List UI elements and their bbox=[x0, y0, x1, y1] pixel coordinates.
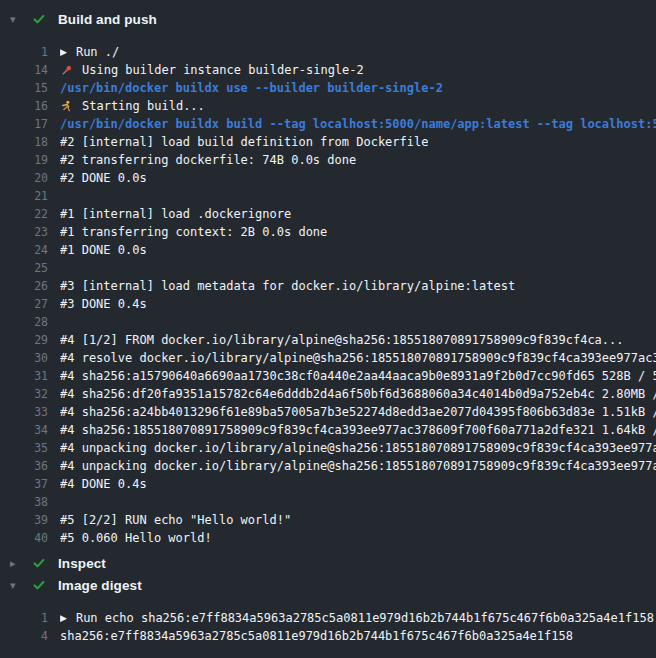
runner-icon bbox=[60, 100, 75, 113]
expand-group-icon[interactable]: ▶ bbox=[60, 609, 67, 627]
line-text-content: Starting build... bbox=[82, 97, 205, 115]
line-number[interactable]: 40 bbox=[0, 529, 48, 547]
log-line: 18#2 [internal] load build definition fr… bbox=[0, 133, 656, 151]
log-line: 15/usr/bin/docker buildx use --builder b… bbox=[0, 79, 656, 97]
line-text: #1 [internal] load .dockerignore bbox=[60, 205, 656, 223]
log-line: 19#2 transferring dockerfile: 74B 0.0s d… bbox=[0, 151, 656, 169]
log-line: 38 bbox=[0, 493, 656, 511]
pushpin-icon bbox=[60, 64, 75, 77]
log-line: 25 bbox=[0, 259, 656, 277]
line-number[interactable]: 1 bbox=[0, 43, 48, 61]
line-text-content: #4 resolve docker.io/library/alpine@sha2… bbox=[60, 349, 656, 367]
section-title: Image digest bbox=[58, 578, 142, 593]
line-number[interactable]: 14 bbox=[0, 61, 48, 79]
section-header-image-digest[interactable]: ▾Image digest bbox=[0, 574, 656, 596]
log-line: 28 bbox=[0, 313, 656, 331]
line-text-content: #1 DONE 0.0s bbox=[60, 241, 147, 259]
line-text: /usr/bin/docker buildx use --builder bui… bbox=[60, 79, 656, 97]
line-text: sha256:e7ff8834a5963a2785c5a0811e979d16b… bbox=[60, 627, 656, 645]
line-text: #1 transferring context: 2B 0.0s done bbox=[60, 223, 656, 241]
line-number[interactable]: 25 bbox=[0, 259, 48, 277]
line-text: #1 DONE 0.0s bbox=[60, 241, 656, 259]
line-text: ▶Run ./ bbox=[60, 43, 656, 61]
line-number[interactable]: 32 bbox=[0, 385, 48, 403]
line-number[interactable]: 17 bbox=[0, 115, 48, 133]
line-number[interactable]: 23 bbox=[0, 223, 48, 241]
line-number[interactable]: 26 bbox=[0, 277, 48, 295]
line-number[interactable]: 37 bbox=[0, 475, 48, 493]
line-text-content: #1 [internal] load .dockerignore bbox=[60, 205, 291, 223]
log-line: 32#4 sha256:df20fa9351a15782c64e6dddb2d4… bbox=[0, 385, 656, 403]
line-text: #4 resolve docker.io/library/alpine@sha2… bbox=[60, 349, 656, 367]
status-success-icon bbox=[32, 12, 58, 26]
line-text-content: /usr/bin/docker buildx build --tag local… bbox=[60, 115, 656, 133]
log-line: 36#4 unpacking docker.io/library/alpine@… bbox=[0, 457, 656, 475]
line-number[interactable]: 31 bbox=[0, 367, 48, 385]
line-text: #3 DONE 0.4s bbox=[60, 295, 656, 313]
log-line: 37#4 DONE 0.4s bbox=[0, 475, 656, 493]
log-line: 26#3 [internal] load metadata for docker… bbox=[0, 277, 656, 295]
line-number[interactable]: 20 bbox=[0, 169, 48, 187]
line-text: Starting build... bbox=[60, 97, 656, 115]
section-title: Build and push bbox=[58, 12, 157, 27]
log-line: 30#4 resolve docker.io/library/alpine@sh… bbox=[0, 349, 656, 367]
line-text-content: #4 DONE 0.4s bbox=[60, 475, 147, 493]
line-text-content: #4 sha256:a15790640a6690aa1730c38cf0a440… bbox=[60, 367, 656, 385]
log-line: 29#4 [1/2] FROM docker.io/library/alpine… bbox=[0, 331, 656, 349]
line-text-content: #2 transferring dockerfile: 74B 0.0s don… bbox=[60, 151, 356, 169]
log-line: 27#3 DONE 0.4s bbox=[0, 295, 656, 313]
log-line: 1▶Run echo sha256:e7ff8834a5963a2785c5a0… bbox=[0, 609, 656, 627]
line-number[interactable]: 34 bbox=[0, 421, 48, 439]
line-number[interactable]: 36 bbox=[0, 457, 48, 475]
line-number[interactable]: 28 bbox=[0, 313, 48, 331]
log-lines-image-digest: 1▶Run echo sha256:e7ff8834a5963a2785c5a0… bbox=[0, 596, 656, 647]
line-number[interactable]: 1 bbox=[0, 609, 48, 627]
section-header-inspect[interactable]: ▸Inspect bbox=[0, 552, 656, 574]
line-text: Using builder instance builder-single-2 bbox=[60, 61, 656, 79]
log-line: 23#1 transferring context: 2B 0.0s done bbox=[0, 223, 656, 241]
log-line: 21 bbox=[0, 187, 656, 205]
line-number[interactable]: 4 bbox=[0, 627, 48, 645]
line-text: #4 sha256:a24bb4013296f61e89ba57005a7b3e… bbox=[60, 403, 656, 421]
log-line: 17/usr/bin/docker buildx build --tag loc… bbox=[0, 115, 656, 133]
line-number[interactable]: 27 bbox=[0, 295, 48, 313]
section-header-build-and-push[interactable]: ▾Build and push bbox=[0, 8, 656, 30]
line-number[interactable]: 21 bbox=[0, 187, 48, 205]
log-line: 40#5 0.060 Hello world! bbox=[0, 529, 656, 547]
log-line: 14Using builder instance builder-single-… bbox=[0, 61, 656, 79]
log-lines-build-and-push: 1▶Run ./14Using builder instance builder… bbox=[0, 30, 656, 549]
line-text: #2 [internal] load build definition from… bbox=[60, 133, 656, 151]
line-number[interactable]: 15 bbox=[0, 79, 48, 97]
chevron-down-icon: ▾ bbox=[10, 14, 32, 25]
line-text-content: #4 sha256:a24bb4013296f61e89ba57005a7b3e… bbox=[60, 403, 656, 421]
line-number[interactable]: 24 bbox=[0, 241, 48, 259]
line-text: #2 DONE 0.0s bbox=[60, 169, 656, 187]
log-line: 16Starting build... bbox=[0, 97, 656, 115]
line-number[interactable]: 29 bbox=[0, 331, 48, 349]
line-text: #4 sha256:185518070891758909c9f839cf4ca3… bbox=[60, 421, 656, 439]
line-text: #5 [2/2] RUN echo "Hello world!" bbox=[60, 511, 656, 529]
line-number[interactable]: 22 bbox=[0, 205, 48, 223]
chevron-down-icon: ▾ bbox=[10, 580, 32, 591]
line-number[interactable]: 18 bbox=[0, 133, 48, 151]
line-text-content: #4 unpacking docker.io/library/alpine@sh… bbox=[60, 439, 656, 457]
line-text-content: #4 sha256:185518070891758909c9f839cf4ca3… bbox=[60, 421, 656, 439]
line-text: #4 unpacking docker.io/library/alpine@sh… bbox=[60, 457, 656, 475]
log-line: 34#4 sha256:185518070891758909c9f839cf4c… bbox=[0, 421, 656, 439]
line-number[interactable]: 33 bbox=[0, 403, 48, 421]
workflow-log-viewer: ▾Build and push1▶Run ./14Using builder i… bbox=[0, 0, 656, 647]
log-line: 1▶Run ./ bbox=[0, 43, 656, 61]
check-icon bbox=[32, 12, 46, 26]
line-text: /usr/bin/docker buildx build --tag local… bbox=[60, 115, 656, 133]
line-number[interactable]: 30 bbox=[0, 349, 48, 367]
line-number[interactable]: 39 bbox=[0, 511, 48, 529]
line-number[interactable]: 38 bbox=[0, 493, 48, 511]
line-number[interactable]: 16 bbox=[0, 97, 48, 115]
line-text-content: Run ./ bbox=[76, 43, 119, 61]
line-number[interactable]: 19 bbox=[0, 151, 48, 169]
line-number[interactable]: 35 bbox=[0, 439, 48, 457]
line-text-content: Run echo sha256:e7ff8834a5963a2785c5a081… bbox=[76, 609, 654, 627]
expand-group-icon[interactable]: ▶ bbox=[60, 43, 67, 61]
log-line: 31#4 sha256:a15790640a6690aa1730c38cf0a4… bbox=[0, 367, 656, 385]
line-text: #5 0.060 Hello world! bbox=[60, 529, 656, 547]
